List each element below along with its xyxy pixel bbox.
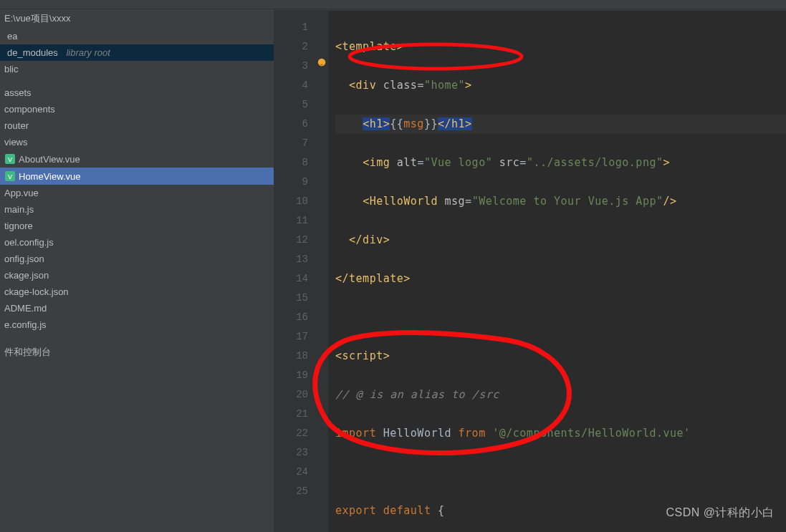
label: assets xyxy=(4,87,32,98)
label: tignore xyxy=(4,221,33,231)
code-text[interactable]: <template> <div class="home"> <h1>{{msg}… xyxy=(328,11,786,532)
label: ckage-lock.json xyxy=(4,286,69,297)
label: router xyxy=(4,120,29,131)
main-area: E:\vue项目\xxxx ea de_modules library root… xyxy=(0,9,786,532)
watermark-text: CSDN @计科的小白 xyxy=(666,506,775,521)
sidebar-item-jsconfig[interactable]: onfig.json xyxy=(0,251,274,267)
project-path: E:\vue项目\xxxx xyxy=(0,9,274,28)
sidebar-item-vue-config[interactable]: e.config.js xyxy=(0,316,274,333)
sidebar-item-components[interactable]: components xyxy=(0,101,274,117)
project-sidebar[interactable]: E:\vue项目\xxxx ea de_modules library root… xyxy=(0,9,274,532)
label: ADME.md xyxy=(4,303,47,314)
svg-text:V: V xyxy=(8,156,12,163)
sidebar-item-package-json[interactable]: ckage.json xyxy=(0,267,274,284)
sidebar-item-public[interactable]: blic xyxy=(0,61,274,77)
top-toolbar xyxy=(0,0,786,9)
label: components xyxy=(4,104,55,115)
sidebar-item-homeview[interactable]: V HomeView.vue xyxy=(0,168,274,185)
label: main.js xyxy=(4,204,34,215)
gutter-icons xyxy=(314,11,328,532)
label: oel.config.js xyxy=(4,237,54,248)
sidebar-item-babel-config[interactable]: oel.config.js xyxy=(0,234,274,251)
sidebar-item-gitignore[interactable]: tignore xyxy=(0,218,274,234)
sidebar-section-misc[interactable]: 件和控制台 xyxy=(0,343,274,362)
sidebar-item-router[interactable]: router xyxy=(0,117,274,134)
sidebar-item-aboutview[interactable]: V AboutView.vue xyxy=(0,150,274,168)
label: AboutView.vue xyxy=(19,154,80,165)
sidebar-item-appvue[interactable]: App.vue xyxy=(0,185,274,201)
editor-area: 1234567891011121314151617181920212223242… xyxy=(274,9,786,532)
sidebar-item-ea[interactable]: ea xyxy=(0,28,274,44)
label: App.vue xyxy=(4,188,39,198)
label: ea xyxy=(7,31,17,42)
svg-text:V: V xyxy=(8,173,12,180)
sidebar-item-node-modules[interactable]: de_modules library root xyxy=(0,44,274,61)
sidebar-item-views[interactable]: views xyxy=(0,134,274,150)
gutter-line-numbers: 1234567891011121314151617181920212223242… xyxy=(274,11,314,532)
label: de_modules xyxy=(7,47,58,58)
editor-content[interactable]: 1234567891011121314151617181920212223242… xyxy=(274,11,786,532)
vue-file-icon: V xyxy=(4,170,16,182)
sidebar-item-mainjs[interactable]: main.js xyxy=(0,201,274,218)
label: views xyxy=(4,137,28,147)
intention-bulb-icon[interactable] xyxy=(317,57,327,67)
label: e.config.js xyxy=(4,319,47,330)
label: ckage.json xyxy=(4,270,49,281)
label: blic xyxy=(4,64,19,74)
label: onfig.json xyxy=(4,253,44,264)
sidebar-item-package-lock[interactable]: ckage-lock.json xyxy=(0,284,274,300)
label: 件和控制台 xyxy=(4,346,51,359)
suffix: library root xyxy=(66,47,110,58)
label: HomeView.vue xyxy=(19,171,80,182)
sidebar-item-readme[interactable]: ADME.md xyxy=(0,300,274,316)
vue-file-icon: V xyxy=(4,153,16,165)
sidebar-item-assets[interactable]: assets xyxy=(0,84,274,101)
